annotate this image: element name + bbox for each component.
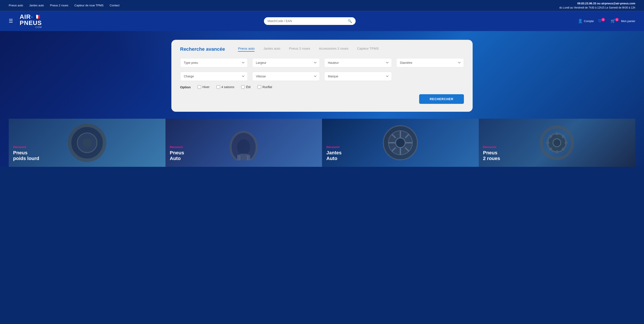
wishlist-badge: 0 bbox=[602, 18, 605, 22]
tab-pneus-2roues[interactable]: Pneus 2 roues bbox=[289, 47, 310, 52]
category-title-3: JantesAuto bbox=[326, 150, 474, 161]
checkbox-4saisons[interactable]: 4 saisons bbox=[216, 85, 234, 89]
logo-com: .COM bbox=[20, 26, 42, 29]
checkbox-runflat-input[interactable] bbox=[258, 85, 261, 89]
logo-air: AIR- bbox=[20, 14, 33, 20]
options-row: Option Hiver 4 saisons Été Runflat bbox=[180, 85, 464, 89]
select-marque[interactable]: Marque bbox=[324, 72, 392, 81]
select-charge[interactable]: Charge bbox=[180, 72, 248, 81]
search-card-header: Recherche avancée Pneus auto Jantes auto… bbox=[180, 46, 464, 52]
header: ☰ AIR- 🇫🇷 PNEUS .COM 🔍 👤 Compte ♡ 0 bbox=[0, 11, 644, 31]
top-bar-contact: 09.83.23.86.33 ou airpneus@air-pneus.com… bbox=[559, 1, 635, 10]
select-vitesse[interactable]: Vitesse bbox=[252, 72, 320, 81]
account-label: Compte bbox=[584, 20, 594, 23]
checkbox-hiver[interactable]: Hiver bbox=[198, 85, 210, 89]
nav-pneus-2roues[interactable]: Pneus 2 roues bbox=[50, 4, 68, 7]
header-actions: 👤 Compte ♡ 0 🛒 0 Mon panier bbox=[578, 19, 635, 23]
select-hauteur[interactable]: Hauteur bbox=[324, 58, 392, 67]
checkbox-4saisons-input[interactable] bbox=[216, 85, 220, 89]
cart-label: Mon panier bbox=[621, 20, 635, 23]
nav-jantes-auto[interactable]: Jantes auto bbox=[29, 4, 44, 7]
select-type-pneu[interactable]: Type pneu bbox=[180, 58, 248, 67]
contact-phone: 09.83.23.86.33 ou airpneus@air-pneus.com bbox=[559, 1, 635, 6]
nav-pneus-auto[interactable]: Pneus auto bbox=[9, 4, 23, 7]
account-icon: 👤 bbox=[578, 19, 583, 23]
tab-jantes-auto[interactable]: Jantes auto bbox=[263, 47, 280, 52]
category-card-pneus-2roues[interactable]: Découvrir Pneus2 roues bbox=[479, 119, 636, 167]
card-content-4: Découvrir Pneus2 roues bbox=[479, 142, 636, 167]
search-tabs: Pneus auto Jantes auto Pneus 2 roues Acc… bbox=[238, 47, 378, 52]
logo-pneus: PNEUS bbox=[20, 20, 42, 26]
category-card-jantes-auto[interactable]: Découvrir JantesAuto bbox=[322, 119, 479, 167]
checkbox-runflat[interactable]: Runflat bbox=[258, 85, 272, 89]
category-section: Découvrir Pneuspoids lourd Découvrir Pne… bbox=[9, 119, 635, 167]
tab-pneus-auto[interactable]: Pneus auto bbox=[238, 47, 254, 52]
option-label: Option bbox=[180, 85, 190, 89]
category-card-pneus-auto[interactable]: Découvrir PneusAuto bbox=[166, 119, 322, 167]
contact-hours: du Lundi au Vendredi de 7h30 à 12h15 Le … bbox=[559, 6, 635, 10]
top-bar: Pneus auto Jantes auto Pneus 2 roues Cap… bbox=[0, 0, 644, 11]
search-btn-row: RECHERCHER bbox=[180, 94, 464, 104]
cart-icon: 🛒 bbox=[610, 19, 616, 23]
discover-3: Découvrir bbox=[326, 145, 474, 149]
discover-1: Découvrir bbox=[13, 145, 161, 149]
select-diametre[interactable]: Diamètre bbox=[396, 58, 464, 67]
search-card-title: Recherche avancée bbox=[180, 46, 225, 52]
card-content-2: Découvrir PneusAuto bbox=[166, 142, 322, 167]
tab-accessoires-2roues[interactable]: Accessoires 2 roues bbox=[319, 47, 348, 52]
discover-2: Découvrir bbox=[170, 145, 318, 149]
tab-capteur-tpms[interactable]: Capteur TPMS bbox=[357, 47, 379, 52]
logo[interactable]: AIR- 🇫🇷 PNEUS .COM bbox=[20, 14, 42, 29]
card-content-1: Découvrir Pneuspoids lourd bbox=[9, 142, 166, 167]
form-row-2: Charge Vitesse Marque bbox=[180, 72, 464, 81]
nav-capteur-tpms[interactable]: Capteur de roue TPMS bbox=[74, 4, 104, 7]
flag-icon: 🇫🇷 bbox=[34, 15, 40, 19]
checkbox-ete-input[interactable] bbox=[241, 85, 245, 89]
form-row-1: Type pneu Largeur Hauteur Diamètre bbox=[180, 58, 464, 67]
discover-4: Découvrir bbox=[483, 145, 631, 149]
svg-point-22 bbox=[555, 132, 558, 135]
nav-contact[interactable]: Contact bbox=[110, 4, 120, 7]
search-input[interactable] bbox=[268, 19, 346, 23]
rechercher-button[interactable]: RECHERCHER bbox=[419, 94, 464, 104]
hero: Recherche avancée Pneus auto Jantes auto… bbox=[0, 31, 644, 167]
heart-icon: ♡ bbox=[598, 19, 602, 23]
search-bar: 🔍 bbox=[46, 17, 574, 25]
search-card: Recherche avancée Pneus auto Jantes auto… bbox=[171, 40, 473, 112]
select-largeur[interactable]: Largeur bbox=[252, 58, 320, 67]
checkbox-ete[interactable]: Été bbox=[241, 85, 250, 89]
svg-point-28 bbox=[562, 135, 565, 138]
category-title-2: PneusAuto bbox=[170, 150, 318, 161]
account-link[interactable]: 👤 Compte bbox=[578, 19, 594, 23]
category-card-poids-lourd[interactable]: Découvrir Pneuspoids lourd bbox=[9, 119, 166, 167]
svg-point-26 bbox=[549, 135, 552, 138]
card-content-3: Découvrir JantesAuto bbox=[322, 142, 479, 167]
cart-badge: 0 bbox=[615, 18, 619, 22]
wishlist-link[interactable]: ♡ 0 bbox=[598, 19, 606, 23]
category-title-1: Pneuspoids lourd bbox=[13, 150, 161, 161]
cart-link[interactable]: 🛒 0 Mon panier bbox=[610, 19, 635, 23]
search-icon[interactable]: 🔍 bbox=[348, 19, 352, 23]
search-input-wrapper: 🔍 bbox=[264, 17, 356, 25]
top-bar-nav: Pneus auto Jantes auto Pneus 2 roues Cap… bbox=[9, 4, 120, 7]
category-title-4: Pneus2 roues bbox=[483, 150, 631, 161]
hamburger-icon[interactable]: ☰ bbox=[9, 18, 13, 24]
checkbox-hiver-input[interactable] bbox=[198, 85, 201, 89]
